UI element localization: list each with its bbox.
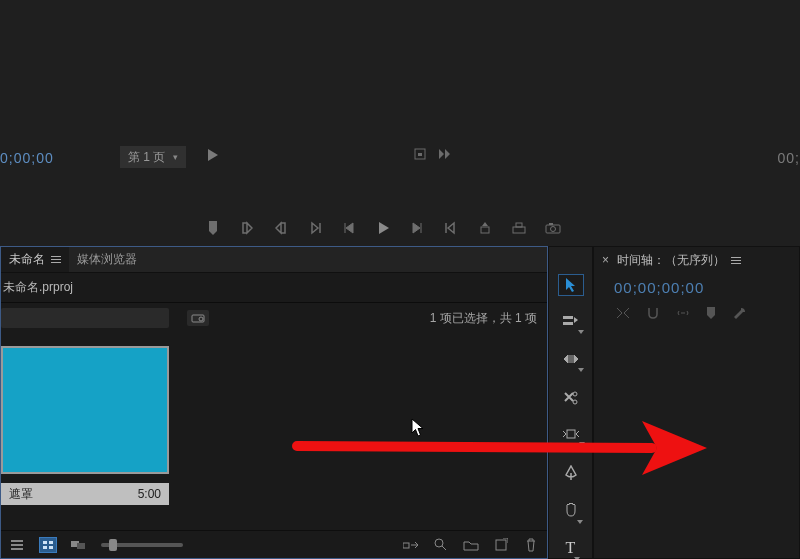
list-view-icon[interactable] [9,538,25,552]
svg-rect-1 [418,153,422,156]
insert-mode-icon[interactable] [616,307,630,322]
svg-point-6 [551,227,556,232]
svg-rect-3 [513,227,525,233]
settings-wrench-icon[interactable] [732,306,746,323]
trash-icon[interactable] [523,538,539,552]
slip-tool[interactable] [559,426,583,446]
pen-tool[interactable] [559,463,583,483]
automate-sequence-icon[interactable] [403,538,419,552]
svg-rect-11 [49,541,53,544]
mouse-cursor [411,418,425,438]
transport-controls [205,220,561,236]
svg-point-9 [199,317,203,321]
slider-thumb[interactable] [109,539,117,551]
find-icon[interactable] [433,538,449,552]
step-forward-icon[interactable] [409,220,425,236]
in-point-icon[interactable] [239,220,255,236]
svg-rect-12 [43,546,47,549]
snap-icon[interactable] [646,307,660,322]
svg-point-22 [573,400,577,404]
page-dropdown[interactable]: 第 1 页 ▾ [120,146,186,168]
tab-menu-icon[interactable] [731,257,741,264]
svg-rect-7 [549,223,553,225]
svg-rect-2 [481,227,489,233]
tab-project-label: 未命名 [9,251,45,268]
add-marker-icon[interactable] [706,307,716,322]
tab-media-browser[interactable]: 媒体浏览器 [69,247,145,272]
tab-timeline[interactable]: 时间轴：（无序列） [617,252,741,269]
timeline-timecode[interactable]: 00;00;00;00 [594,273,799,298]
svg-point-21 [573,392,577,396]
selection-status: 1 项已选择，共 1 项 [430,310,537,327]
lift-icon[interactable] [477,220,493,236]
selection-tool[interactable] [559,275,583,295]
svg-rect-23 [567,430,575,438]
razor-tool[interactable] [559,388,583,408]
svg-rect-10 [43,541,47,544]
goto-out-icon[interactable] [443,220,459,236]
track-select-tool[interactable] [559,313,583,333]
extract-icon[interactable] [511,220,527,236]
clip-thumbnail[interactable] [1,346,169,474]
svg-rect-13 [49,546,53,549]
clip-duration: 5:00 [138,487,161,501]
tool-strip: T [548,246,593,559]
svg-rect-16 [403,543,409,548]
preview-misc-icons [414,148,452,163]
play-mini-icon[interactable] [208,149,218,164]
tab-media-browser-label: 媒体浏览器 [77,251,137,268]
program-monitor: 0;00;00 第 1 页 ▾ 00; [0,0,800,246]
camera-icon[interactable] [545,220,561,236]
marker-icon[interactable] [205,220,221,236]
linked-selection-icon[interactable] [676,307,690,322]
project-content[interactable]: 遮罩 5:00 [1,333,547,535]
safe-margins-icon[interactable] [414,148,426,163]
new-bin-icon[interactable] [463,538,479,552]
timeline-panel: × 时间轴：（无序列） 00;00;00;00 [593,246,800,559]
skip-icon[interactable] [438,148,452,163]
svg-rect-4 [516,223,522,227]
filter-bin-icon[interactable] [187,310,209,326]
hand-tool[interactable] [559,501,583,521]
search-input[interactable] [1,308,169,328]
type-tool[interactable]: T [559,538,583,558]
thumbnail-zoom-slider[interactable] [101,543,183,547]
new-item-icon[interactable] [493,538,509,552]
chevron-down-icon: ▾ [173,152,178,162]
timecode-left: 0;00;00 [0,150,54,166]
clip-name: 遮罩 [9,486,33,503]
icon-view-icon[interactable] [39,537,57,553]
svg-rect-15 [77,543,85,549]
clip-label-row[interactable]: 遮罩 5:00 [1,483,169,505]
timeline-header-icons [594,298,799,323]
close-icon[interactable]: × [602,253,609,267]
project-filename: 未命名.prproj [1,273,547,303]
freeform-view-icon[interactable] [71,538,87,552]
tab-project[interactable]: 未命名 [1,247,69,272]
svg-rect-20 [563,322,573,325]
goto-in-icon[interactable] [307,220,323,236]
svg-point-17 [435,539,443,547]
tab-menu-icon[interactable] [51,256,61,263]
ripple-edit-tool[interactable] [559,350,583,370]
play-icon[interactable] [375,220,391,236]
svg-rect-18 [496,540,506,550]
timecode-right: 00; [778,150,800,166]
out-point-icon[interactable] [273,220,289,236]
svg-rect-19 [563,316,573,319]
project-footer [1,530,547,558]
page-dropdown-label: 第 1 页 [128,149,165,166]
tab-timeline-label: 时间轴：（无序列） [617,252,725,269]
step-back-icon[interactable] [341,220,357,236]
project-panel: 未命名 媒体浏览器 未命名.prproj 1 项已选择，共 1 项 遮罩 5:0… [0,246,548,559]
